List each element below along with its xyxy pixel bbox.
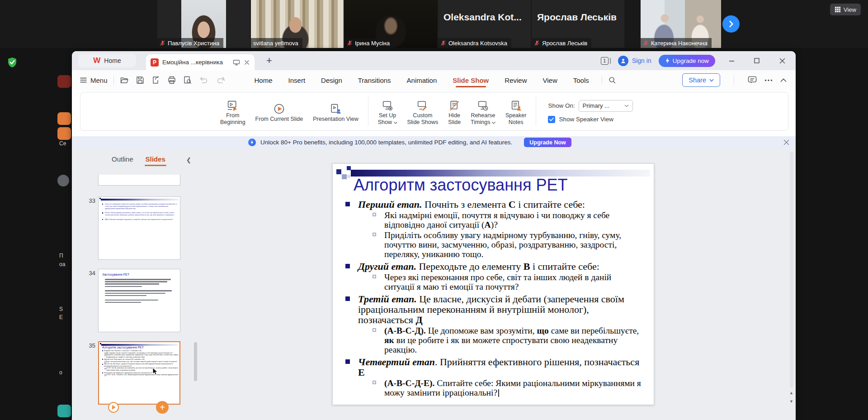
- open-folder-icon[interactable]: [120, 76, 129, 85]
- lightning-icon: [665, 57, 670, 64]
- check-icon: [549, 118, 554, 121]
- participant-tile[interactable]: svitlana yefimova: [251, 0, 344, 48]
- sub-bullet-square-icon: [373, 275, 376, 278]
- workspace: Outline Slides ❮ 33Суть не в збудливих п…: [72, 148, 796, 420]
- background-app-fragment: П: [59, 253, 63, 259]
- previous-slide-button[interactable]: ▲: [788, 390, 795, 396]
- tab-slides[interactable]: Slides: [146, 155, 165, 166]
- quick-access-icons: [120, 76, 226, 85]
- participant-tile[interactable]: Ірина Мусіна: [344, 0, 437, 48]
- chevron-down-icon: [492, 122, 495, 124]
- panel-scrollbar[interactable]: [194, 342, 197, 381]
- participant-tile[interactable]: Катерина Наконечна: [641, 0, 721, 48]
- upgrade-now-titlebar-button[interactable]: Upgrade now: [659, 55, 715, 67]
- menu-tab-home[interactable]: Home: [254, 72, 274, 89]
- muted-mic-icon: [534, 40, 540, 46]
- save-icon[interactable]: [136, 76, 145, 85]
- sign-in-button[interactable]: Sign in: [618, 56, 651, 66]
- chevron-down-icon: [709, 79, 714, 82]
- slide-thumbnail-row: 34Застосування РЕТ: [83, 269, 188, 332]
- participant-tile[interactable]: Oleksandra Kot...Oleksandra Kotsovska: [438, 0, 531, 48]
- print-icon[interactable]: [167, 76, 176, 85]
- menu-tab-animation[interactable]: Animation: [406, 72, 438, 89]
- hide-slide-button[interactable]: HideSlide: [443, 97, 466, 126]
- menu-tab-transitions[interactable]: Transitions: [357, 72, 392, 89]
- play-slideshow-button[interactable]: [108, 402, 119, 413]
- add-slide-button[interactable]: +: [156, 401, 169, 414]
- window-tab-bar: W Home P Емоційна ...керівника + 1: [72, 51, 796, 70]
- new-tab-button[interactable]: +: [264, 56, 275, 65]
- divider: [734, 76, 734, 85]
- speaker-notes-button[interactable]: SpeakerNotes: [500, 97, 532, 126]
- slide-thumbnail-35[interactable]: Алгоритм застосування РЕТПерший етап. По…: [98, 341, 180, 405]
- menu-tab-tools[interactable]: Tools: [572, 72, 590, 89]
- titlebar-right-controls: 1 Sign in Upgrade now: [601, 54, 791, 67]
- participant-name-label: Ірина Мусіна: [344, 38, 394, 48]
- document-tab[interactable]: P Емоційна ...керівника: [146, 54, 255, 70]
- menu-tab-slide-show[interactable]: Slide Show: [452, 72, 490, 89]
- deco-gradient-bar: [101, 199, 179, 200]
- search-icon[interactable]: [608, 76, 616, 84]
- close-window-button[interactable]: [773, 54, 791, 67]
- present-monitor-icon[interactable]: [233, 59, 240, 66]
- tab-outline[interactable]: Outline: [112, 155, 133, 166]
- partial-slide-thumbnail[interactable]: [98, 175, 180, 186]
- collapse-panel-icon[interactable]: ❮: [186, 157, 191, 163]
- slide-number: 34: [83, 269, 95, 332]
- tab-list-bar-icon: [610, 58, 611, 64]
- more-options-icon[interactable]: [764, 79, 773, 81]
- custom-slide-shows-button[interactable]: CustomSlide Shows: [402, 97, 443, 126]
- background-app-fragment: [57, 405, 71, 417]
- muted-mic-icon: [347, 40, 353, 46]
- next-slide-button[interactable]: ▼: [788, 399, 795, 405]
- participant-tile[interactable]: Павлусів Христина: [157, 0, 250, 48]
- chevron-down-icon: [394, 122, 397, 124]
- participant-name-label: svitlana yefimova: [251, 38, 302, 48]
- show-speaker-view-checkbox[interactable]: [548, 116, 555, 123]
- share-button[interactable]: Share: [682, 73, 720, 87]
- tab-list-button[interactable]: 1: [601, 57, 611, 65]
- show-on-dropdown[interactable]: Primary ...: [579, 100, 633, 112]
- next-participants-button[interactable]: [722, 15, 740, 33]
- print-preview-icon[interactable]: [183, 76, 192, 85]
- menu-tab-review[interactable]: Review: [504, 72, 528, 89]
- rehearse-timings-button[interactable]: RehearseTimings: [466, 97, 500, 126]
- menu-tab-insert[interactable]: Insert: [288, 72, 307, 89]
- home-tab[interactable]: W Home: [78, 54, 136, 67]
- redo-icon[interactable]: [216, 76, 226, 85]
- menu-button[interactable]: Menu: [80, 76, 108, 84]
- comments-icon[interactable]: [748, 76, 757, 84]
- participant-name-label: Oleksandra Kotsovska: [438, 38, 511, 48]
- custom-slide-shows-icon: [416, 99, 429, 112]
- canvas-scrollbar[interactable]: [790, 152, 793, 387]
- maximize-button[interactable]: [748, 54, 766, 67]
- minimize-button[interactable]: [722, 54, 741, 67]
- presentation-view-button[interactable]: Presentation View: [308, 100, 363, 123]
- chevron-right-icon: [726, 19, 736, 29]
- undo-icon[interactable]: [199, 76, 209, 85]
- set-up-show-button[interactable]: Set UpShow: [373, 97, 402, 126]
- sub-bullet-square-icon: [373, 233, 376, 236]
- zoom-view-button[interactable]: View: [830, 4, 861, 15]
- background-app-fragment: Е: [59, 314, 63, 320]
- show-on-group: Show On:Primary ...Show Speaker View: [548, 100, 632, 123]
- slide-thumbnail-34[interactable]: Застосування РЕТ: [98, 269, 180, 332]
- sub-bullet-square-icon: [373, 213, 376, 216]
- close-banner-icon[interactable]: [783, 139, 789, 145]
- from-current-slide-button[interactable]: From Current Slide: [250, 100, 308, 123]
- slide-bullet-level-1: Третій етап. Це власне, дискусія й дебат…: [333, 294, 647, 325]
- close-tab-icon[interactable]: [244, 59, 250, 66]
- menu-tab-view[interactable]: View: [542, 72, 558, 89]
- background-app-fragment: о: [59, 369, 62, 376]
- deco-square: [347, 175, 350, 178]
- ribbon-button-label: RehearseTimings: [471, 112, 495, 126]
- ribbon-group-divider: [536, 97, 536, 126]
- from-beginning-button[interactable]: FromBeginning: [215, 97, 250, 126]
- slide-thumbnail-33[interactable]: Суть не в збудливих подіях (А) життя люд…: [98, 196, 180, 260]
- upgrade-now-banner-button[interactable]: Upgrade Now: [524, 138, 571, 147]
- participant-tile[interactable]: Ярослав ЛеськівЯрослав Леськів: [532, 0, 624, 48]
- export-icon[interactable]: [151, 76, 160, 85]
- slide-canvas[interactable]: Алгоритм застосування РЕТ Перший етап. П…: [332, 163, 654, 405]
- collapse-ribbon-icon[interactable]: [780, 78, 787, 82]
- menu-tab-design[interactable]: Design: [320, 72, 343, 89]
